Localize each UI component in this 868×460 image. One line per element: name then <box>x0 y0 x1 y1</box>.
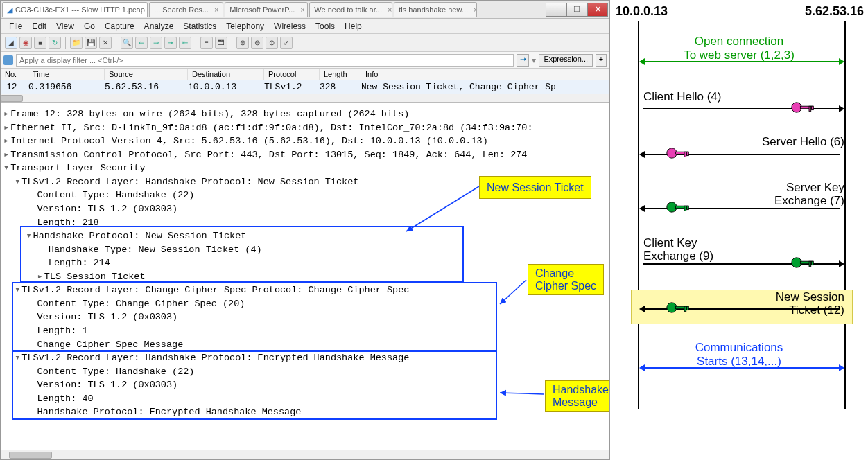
bookmark-icon[interactable] <box>3 55 13 65</box>
svg-rect-21 <box>684 306 686 311</box>
toolbar-btn[interactable]: ⇥ <box>164 37 177 49</box>
minimize-button[interactable]: ─ <box>546 3 566 17</box>
menu-help[interactable]: Help <box>340 20 366 33</box>
detail-line: Transmission Control Protocol, Src Port:… <box>10 150 527 160</box>
close-button[interactable]: ✕ <box>587 3 608 17</box>
add-filter-button[interactable]: + <box>596 54 607 67</box>
label-server-hello: Server Hello (6) <box>762 135 844 149</box>
detail-line: Version: TLS 1.2 (0x0303) <box>37 380 178 390</box>
toolbar-btn[interactable]: ◢ <box>5 37 17 49</box>
toolbar-btn[interactable]: ↻ <box>49 37 61 49</box>
menu-file[interactable]: File <box>5 20 26 33</box>
toolbar-btn[interactable]: ⊙ <box>266 37 278 49</box>
close-icon[interactable]: × <box>214 6 218 14</box>
expand-icon[interactable] <box>3 163 9 173</box>
menu-statistics[interactable]: Statistics <box>179 20 220 33</box>
toolbar-btn[interactable]: ⤢ <box>280 37 293 49</box>
detail-line: Length: 1 <box>37 326 88 336</box>
menu-capture[interactable]: Capture <box>101 20 139 33</box>
svg-rect-18 <box>812 261 814 265</box>
expand-icon[interactable] <box>3 123 9 133</box>
browser-tab-0[interactable]: ◢ CO3-CH3c-EX1 --- Slow HTTP 1.pcap <box>2 2 148 17</box>
browser-tab-3[interactable]: We need to talk ar...× <box>309 2 392 17</box>
expand-icon[interactable] <box>3 109 9 119</box>
menu-go[interactable]: Go <box>80 20 99 33</box>
col-no[interactable]: No. <box>1 69 28 80</box>
toolbar-btn[interactable]: ◉ <box>19 37 32 49</box>
col-info[interactable]: Info <box>361 69 609 80</box>
titlebar: ◢ CO3-CH3c-EX1 --- Slow HTTP 1.pcap ... … <box>1 1 609 19</box>
toolbar-btn[interactable]: 🔍 <box>121 37 133 49</box>
toolbar-btn[interactable]: ⇤ <box>179 37 191 49</box>
col-source[interactable]: Source <box>105 69 188 80</box>
maximize-button[interactable]: ☐ <box>566 3 587 17</box>
toolbar-btn[interactable]: ⇒ <box>150 37 162 49</box>
menu-bar: File Edit View Go Capture Analyze Statis… <box>1 19 609 34</box>
svg-rect-22 <box>687 306 689 310</box>
expand-icon[interactable] <box>26 231 31 241</box>
close-icon[interactable]: × <box>388 6 392 14</box>
expand-icon[interactable] <box>15 285 20 295</box>
expand-icon[interactable] <box>3 150 9 160</box>
menu-analyze[interactable]: Analyze <box>140 20 178 33</box>
detail-line: Handshake Type: New Session Ticket (4) <box>49 245 262 255</box>
callout-handshake-message: HandshakeMessage <box>545 380 609 412</box>
toolbar-btn[interactable]: ✕ <box>99 37 112 49</box>
expression-button[interactable]: Expression... <box>539 54 593 67</box>
detail-line: TLSv1.2 Record Layer: Handshake Protocol… <box>21 177 358 187</box>
packet-list-headers: No. Time Source Destination Protocol Len… <box>1 69 609 80</box>
menu-edit[interactable]: Edit <box>28 20 51 33</box>
toolbar-btn[interactable]: ⇐ <box>135 37 148 49</box>
packet-details-pane[interactable]: Frame 12: 328 bytes on wire (2624 bits),… <box>1 103 609 450</box>
browser-tab-4[interactable]: tls handshake new...× <box>394 2 477 17</box>
browser-tab-1[interactable]: ... Search Res...× <box>149 2 223 17</box>
detail-line: Ethernet II, Src: D-LinkIn_9f:0a:d8 (ac:… <box>10 123 532 133</box>
svg-rect-9 <box>684 152 686 157</box>
col-destination[interactable]: Destination <box>188 69 264 80</box>
detail-line: TLSv1.2 Record Layer: Change Cipher Spec… <box>21 285 409 295</box>
menu-view[interactable]: View <box>52 20 78 33</box>
close-icon[interactable]: × <box>300 6 304 14</box>
detail-line: Length: 40 <box>37 393 94 404</box>
tab-label: CO3-CH3c-EX1 --- Slow HTTP 1.pcap <box>15 6 145 14</box>
hscrollbar-bottom[interactable] <box>1 450 609 459</box>
expand-icon[interactable] <box>3 136 9 146</box>
expand-icon[interactable] <box>15 353 20 363</box>
col-length[interactable]: Length <box>320 69 361 80</box>
callout-change-cipher-spec: ChangeCipher Spec <box>528 264 604 295</box>
toolbar-btn[interactable]: ≡ <box>200 37 213 49</box>
browser-tab-2[interactable]: Microsoft PowerP...× <box>225 2 308 17</box>
menu-telephony[interactable]: Telephony <box>222 20 268 33</box>
toolbar-btn[interactable]: ■ <box>34 37 46 49</box>
label-client-hello: Client Hello (4) <box>643 90 721 104</box>
toolbar-btn[interactable]: ⊕ <box>236 37 249 49</box>
cell-proto: TLSv1.2 <box>264 82 320 92</box>
label-new-session-ticket: New SessionTicket (12) <box>776 291 844 317</box>
hscrollbar[interactable] <box>1 94 609 102</box>
col-time[interactable]: Time <box>28 69 105 80</box>
menu-tools[interactable]: Tools <box>311 20 339 33</box>
filter-apply-icon[interactable]: ➝ <box>517 54 529 67</box>
toolbar-btn[interactable]: 💾 <box>85 37 97 49</box>
detail-line: Handshake Protocol: Encrypted Handshake … <box>37 407 302 417</box>
packet-list-pane[interactable]: No. Time Source Destination Protocol Len… <box>1 69 609 103</box>
label-client-key-exchange: Client KeyExchange (9) <box>643 237 713 263</box>
display-filter-input[interactable] <box>16 54 514 67</box>
endpoint-left: 10.0.0.13 <box>616 4 668 19</box>
menu-wireless[interactable]: Wireless <box>270 20 310 33</box>
toolbar-btn[interactable]: 🗔 <box>215 37 227 49</box>
key-icon-magenta <box>666 145 691 161</box>
svg-rect-13 <box>684 206 686 211</box>
toolbar-btn[interactable]: ⊖ <box>251 37 263 49</box>
label-server-key-exchange: Server KeyExchange (7) <box>774 182 844 207</box>
key-icon-magenta <box>790 100 815 115</box>
expand-icon[interactable] <box>15 177 20 187</box>
close-icon[interactable]: × <box>474 6 477 14</box>
col-protocol[interactable]: Protocol <box>264 69 320 80</box>
label-communications: CommunicationsStarts (13,14,...) <box>632 341 847 368</box>
expand-icon[interactable] <box>37 272 43 282</box>
toolbar-btn[interactable]: 📁 <box>70 37 83 49</box>
svg-rect-5 <box>809 106 811 111</box>
packet-row[interactable]: 12 0.319656 5.62.53.16 10.0.0.13 TLSv1.2… <box>1 80 609 94</box>
key-icon-green <box>666 200 691 215</box>
